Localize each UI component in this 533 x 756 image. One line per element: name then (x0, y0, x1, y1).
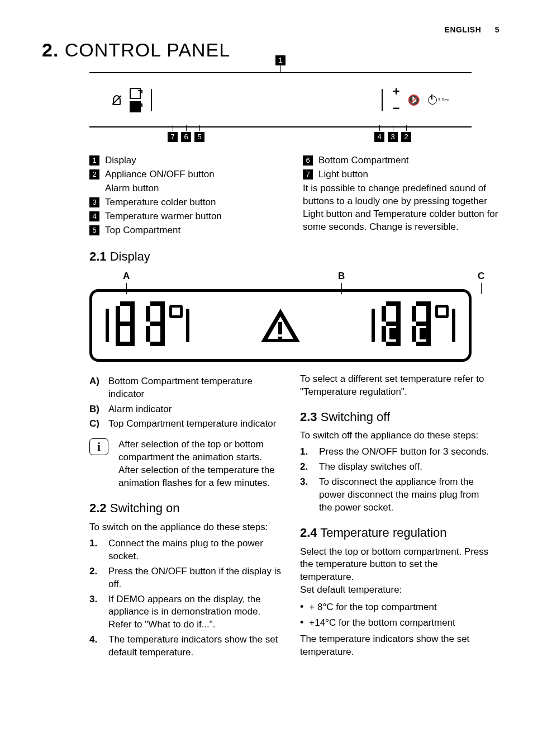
info-note: i After selection of the top or bottom c… (89, 438, 283, 490)
key-left: 1Display 2Appliance ON/OFF button Alarm … (89, 153, 286, 238)
svg-rect-12 (160, 326, 165, 342)
sec24-p1: Select the top or bottom compartment. Pr… (300, 546, 494, 584)
page-header: ENGLISH 5 (445, 25, 499, 34)
svg-rect-6 (116, 306, 120, 322)
header-page: 5 (495, 25, 499, 34)
plus-icon: + (393, 84, 400, 99)
power-icon (428, 96, 437, 105)
callout-6: 6 (181, 132, 191, 142)
svg-rect-28 (416, 342, 431, 346)
svg-rect-19 (396, 326, 401, 342)
callout-1: 1 (275, 55, 285, 65)
section-2-1-head: 2.1 Display (34, 249, 499, 264)
svg-rect-18 (382, 326, 386, 342)
callout-3: 3 (388, 132, 398, 142)
header-lang: ENGLISH (445, 25, 482, 34)
sec24-bullets: + 8°C for the top compartment +14°C for … (300, 600, 494, 630)
svg-rect-24 (426, 306, 431, 322)
svg-rect-5 (120, 322, 135, 326)
svg-rect-0 (116, 322, 120, 346)
svg-rect-29 (420, 328, 426, 339)
panel-outline: + − 🔇 3 Sec (89, 72, 472, 127)
svg-rect-8 (146, 306, 150, 322)
alarm-icon: 🔇 (408, 94, 420, 106)
svg-rect-10 (150, 322, 165, 326)
degree-icon (435, 305, 449, 318)
bottom-compartment-icon (130, 101, 141, 112)
callout-7: 7 (168, 132, 178, 142)
separator (151, 89, 152, 111)
bar (372, 309, 375, 342)
svg-rect-2 (130, 326, 135, 342)
section-2-3-head: 2.3 Switching off (300, 409, 494, 426)
right-column: To select a different set temperature re… (300, 373, 494, 663)
sec24-p2: Set default temperature: (300, 584, 494, 597)
left-bar (106, 309, 109, 342)
minus-icon: − (393, 101, 400, 116)
three-sec-label: 3 Sec (438, 97, 449, 102)
degree-icon (169, 305, 183, 318)
svg-rect-26 (412, 326, 416, 342)
svg-rect-14 (386, 301, 401, 306)
alarm-triangle-icon (261, 309, 300, 342)
key-legend: 1Display 2Appliance ON/OFF button Alarm … (34, 153, 499, 238)
label-a: A (123, 271, 130, 282)
sec22-steps: 1.Connect the mains plug to the power so… (89, 537, 283, 659)
section-2-4-head: 2.4 Temperature regulation (300, 525, 494, 541)
separator (382, 89, 383, 111)
svg-rect-23 (412, 306, 416, 322)
display-key-list: A)Bottom Compartment temperature indicat… (89, 375, 283, 431)
callout-5: 5 (194, 132, 204, 142)
sec23-intro: To switch off the appliance do these ste… (300, 429, 494, 442)
svg-rect-15 (382, 306, 386, 322)
control-panel-figure: 1 + − 🔇 3 Sec 7 6 5 (89, 72, 472, 142)
content-columns: A)Bottom Compartment temperature indicat… (34, 373, 499, 663)
temp-buttons: + − (393, 84, 400, 116)
section-2-2-head: 2.2 Switching on (89, 500, 283, 517)
info-text: After selection of the top or bottom com… (118, 438, 283, 490)
panel-right-group: + − 🔇 3 Sec (379, 83, 449, 117)
svg-rect-13 (150, 342, 165, 346)
display-figure: A B C (89, 271, 472, 362)
label-c: C (478, 271, 484, 282)
abc-labels: A B C (89, 271, 472, 285)
sec23-steps: 1.Press the ON/OFF button for 3 seconds.… (300, 446, 494, 514)
svg-rect-3 (130, 306, 135, 322)
svg-rect-4 (120, 301, 135, 306)
sec22-outro: To select a different set temperature re… (300, 373, 494, 399)
bar (186, 309, 189, 342)
right-bar (452, 309, 455, 342)
compartment-icons (130, 88, 141, 112)
svg-rect-22 (416, 301, 431, 306)
light-off-icon (112, 95, 122, 105)
sound-note: It is possible to change predefined soun… (303, 182, 499, 234)
svg-rect-9 (160, 306, 165, 322)
sec24-p3: The temperature indicators show the set … (300, 633, 494, 659)
callout-4: 4 (374, 132, 384, 142)
svg-rect-20 (386, 342, 401, 346)
power-group: 3 Sec (428, 96, 449, 105)
label-b: B (338, 271, 345, 282)
info-icon: i (89, 438, 108, 455)
svg-rect-7 (150, 301, 165, 306)
callout-row: 7 6 5 4 3 2 (89, 132, 472, 142)
top-temp-indicator (378, 301, 435, 349)
title-text: CONTROL PANEL (65, 39, 230, 60)
svg-rect-16 (396, 306, 401, 322)
sec22-intro: To switch on the appliance do these step… (89, 521, 283, 534)
main-title: 2. CONTROL PANEL (34, 39, 499, 61)
svg-rect-11 (146, 326, 150, 342)
bottom-temp-indicator (112, 301, 169, 349)
title-num: 2. (42, 39, 59, 60)
lcd-display (89, 289, 472, 362)
svg-rect-17 (386, 322, 401, 326)
left-column: A)Bottom Compartment temperature indicat… (89, 373, 283, 663)
svg-rect-21 (389, 328, 396, 339)
svg-rect-27 (426, 326, 431, 342)
top-compartment-icon (130, 88, 141, 99)
callout-2: 2 (401, 132, 411, 142)
panel-left-group (112, 83, 154, 117)
key-right: 6Bottom Compartment 7Light button It is … (303, 153, 499, 238)
svg-rect-25 (416, 322, 431, 326)
svg-rect-1 (120, 342, 135, 346)
